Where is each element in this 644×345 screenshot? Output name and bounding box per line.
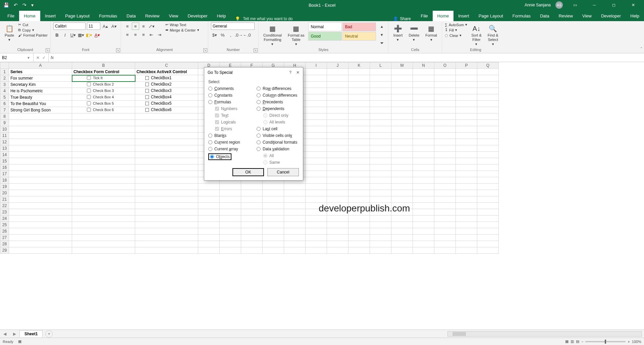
cell[interactable] bbox=[413, 75, 434, 82]
cell[interactable] bbox=[434, 88, 456, 94]
cell[interactable] bbox=[477, 228, 499, 235]
cell[interactable] bbox=[370, 101, 391, 107]
maximize-icon[interactable]: ◻ bbox=[606, 0, 621, 10]
cell[interactable]: Checkbox Form Control bbox=[72, 69, 135, 75]
cell[interactable] bbox=[370, 177, 391, 184]
cell[interactable] bbox=[413, 215, 434, 222]
row-header[interactable]: 4 bbox=[0, 88, 9, 94]
cell[interactable] bbox=[477, 241, 499, 247]
cell[interactable] bbox=[306, 88, 327, 94]
row-header[interactable]: 10 bbox=[0, 126, 9, 133]
cell[interactable] bbox=[263, 209, 284, 215]
cell[interactable] bbox=[9, 113, 72, 120]
column-header[interactable]: J bbox=[327, 62, 348, 69]
cell[interactable] bbox=[413, 177, 434, 184]
cell[interactable]: CheckBox6 bbox=[135, 107, 198, 113]
option-constants[interactable]: Constants bbox=[208, 93, 251, 98]
tab-help[interactable]: Help bbox=[212, 11, 231, 21]
cell[interactable] bbox=[477, 247, 499, 254]
cell[interactable]: Tick It bbox=[72, 75, 135, 82]
cell[interactable] bbox=[348, 235, 370, 241]
cell[interactable] bbox=[135, 113, 198, 120]
bold-button[interactable]: B bbox=[53, 31, 61, 39]
cell[interactable] bbox=[327, 241, 348, 247]
cell[interactable] bbox=[9, 184, 72, 190]
cell[interactable] bbox=[348, 107, 370, 113]
cell[interactable] bbox=[348, 101, 370, 107]
cell[interactable] bbox=[9, 196, 72, 203]
cell[interactable] bbox=[220, 196, 241, 203]
cell[interactable] bbox=[413, 133, 434, 139]
cell[interactable] bbox=[477, 215, 499, 222]
cell[interactable] bbox=[135, 171, 198, 177]
row-header[interactable]: 15 bbox=[0, 158, 9, 164]
cell[interactable] bbox=[477, 177, 499, 184]
column-header[interactable]: K bbox=[348, 62, 370, 69]
cell[interactable] bbox=[306, 196, 327, 203]
cell[interactable] bbox=[9, 126, 72, 133]
cell[interactable] bbox=[263, 235, 284, 241]
cell[interactable] bbox=[413, 69, 434, 75]
cell[interactable] bbox=[370, 88, 391, 94]
cell[interactable] bbox=[348, 113, 370, 120]
delete-cells-button[interactable]: ➖Delete▾ bbox=[407, 22, 421, 43]
cell[interactable] bbox=[220, 228, 241, 235]
cell[interactable] bbox=[284, 190, 306, 196]
page-break-view-icon[interactable]: ▤ bbox=[576, 339, 579, 344]
format-painter-button[interactable]: 🖌Format Painter bbox=[18, 33, 48, 37]
option-comments[interactable]: Comments bbox=[208, 86, 251, 91]
cell[interactable] bbox=[434, 164, 456, 171]
row-header[interactable]: 14 bbox=[0, 152, 9, 158]
cell[interactable] bbox=[72, 209, 135, 215]
cell[interactable] bbox=[456, 203, 477, 209]
cell[interactable] bbox=[306, 190, 327, 196]
cell[interactable] bbox=[413, 139, 434, 145]
zoom-in-icon[interactable]: + bbox=[628, 340, 630, 344]
cell[interactable] bbox=[9, 190, 72, 196]
tab-view[interactable]: View bbox=[164, 11, 183, 21]
cell[interactable] bbox=[327, 126, 348, 133]
cell[interactable] bbox=[306, 75, 327, 82]
cell[interactable] bbox=[348, 133, 370, 139]
cell[interactable] bbox=[135, 152, 198, 158]
cell[interactable] bbox=[198, 228, 220, 235]
cell[interactable] bbox=[434, 145, 456, 152]
cell[interactable] bbox=[135, 190, 198, 196]
form-checkbox[interactable]: Check Box 3 bbox=[87, 89, 114, 93]
cell[interactable] bbox=[9, 158, 72, 164]
horizontal-scrollbar[interactable] bbox=[447, 331, 642, 337]
cell[interactable] bbox=[327, 196, 348, 203]
cell[interactable] bbox=[456, 139, 477, 145]
row-header[interactable]: 1 bbox=[0, 69, 9, 75]
cell[interactable] bbox=[348, 75, 370, 82]
redo-icon[interactable]: ↷ bbox=[22, 2, 26, 8]
cell[interactable] bbox=[413, 222, 434, 228]
activex-checkbox[interactable]: CheckBox1 bbox=[145, 76, 171, 80]
cell[interactable] bbox=[135, 215, 198, 222]
cell[interactable] bbox=[327, 82, 348, 88]
avatar[interactable]: AS bbox=[555, 1, 563, 9]
cell[interactable] bbox=[306, 235, 327, 241]
row-header[interactable]: 21 bbox=[0, 196, 9, 203]
cell[interactable]: Check Box 5 bbox=[72, 101, 135, 107]
save-icon[interactable]: 💾 bbox=[3, 2, 9, 8]
cell[interactable] bbox=[9, 209, 72, 215]
align-right-icon[interactable]: ≡ bbox=[140, 31, 147, 38]
cell[interactable] bbox=[348, 152, 370, 158]
cell[interactable] bbox=[413, 88, 434, 94]
cell[interactable] bbox=[370, 113, 391, 120]
share-button[interactable]: 👤 Share bbox=[393, 16, 411, 21]
cell[interactable] bbox=[327, 94, 348, 101]
cell[interactable] bbox=[198, 222, 220, 228]
cell[interactable] bbox=[370, 82, 391, 88]
activex-checkbox[interactable]: CheckBox2 bbox=[145, 82, 171, 87]
tab-data[interactable]: Data bbox=[122, 11, 140, 21]
tab-review[interactable]: Review bbox=[141, 11, 164, 21]
cell[interactable] bbox=[434, 228, 456, 235]
cell[interactable] bbox=[434, 209, 456, 215]
cell[interactable] bbox=[72, 215, 135, 222]
font-name-input[interactable] bbox=[53, 22, 86, 30]
cell[interactable] bbox=[456, 164, 477, 171]
cell[interactable]: True Beauty bbox=[9, 94, 72, 101]
cell[interactable] bbox=[413, 171, 434, 177]
